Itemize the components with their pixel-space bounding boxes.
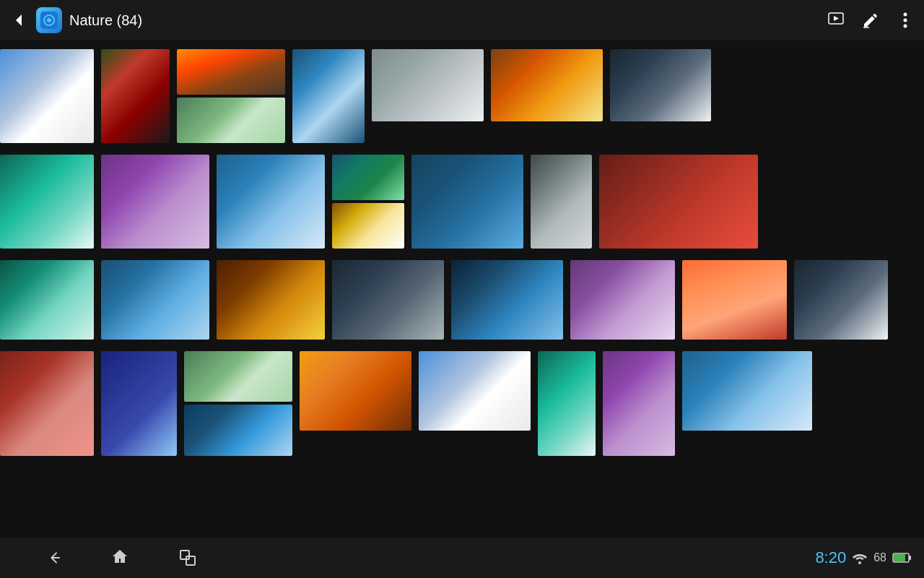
photo-item[interactable] [101, 49, 170, 143]
photo-item[interactable] [177, 49, 285, 95]
photo-item[interactable] [217, 260, 325, 340]
top-bar: Nature (84) [0, 0, 924, 40]
svg-point-7 [904, 13, 907, 17]
home-nav-button[interactable] [110, 546, 133, 569]
photo-item[interactable] [603, 351, 675, 456]
photo-item [177, 49, 285, 143]
photo-row-1 [0, 46, 924, 146]
photo-item[interactable] [610, 49, 711, 121]
photo-item[interactable] [682, 351, 812, 431]
photo-item[interactable] [0, 260, 94, 340]
photo-row-4 [0, 348, 924, 459]
photo-item[interactable] [570, 260, 675, 340]
clock-display: 8:20 [815, 548, 846, 567]
photo-item[interactable] [101, 351, 177, 456]
photo-item[interactable] [794, 260, 888, 340]
album-title: Nature (84) [69, 12, 142, 29]
back-nav-button[interactable] [43, 546, 66, 569]
svg-rect-11 [186, 556, 195, 565]
photo-item[interactable] [419, 351, 531, 431]
photo-item[interactable] [184, 351, 292, 402]
battery-icon [892, 552, 912, 564]
photo-item[interactable] [300, 351, 411, 431]
app-icon [36, 7, 62, 33]
svg-point-9 [904, 25, 907, 28]
photo-grid [0, 40, 924, 538]
svg-point-8 [904, 19, 907, 22]
more-options-button[interactable] [895, 10, 915, 30]
wifi-icon [852, 551, 868, 564]
photo-row-3 [0, 257, 924, 342]
photo-item[interactable] [292, 49, 365, 143]
photo-item[interactable] [0, 351, 94, 456]
svg-point-3 [47, 18, 51, 22]
photo-item [184, 351, 292, 456]
photo-item [101, 351, 177, 456]
photo-item[interactable] [332, 203, 404, 249]
photo-item [332, 155, 404, 249]
svg-point-12 [858, 561, 861, 564]
svg-rect-10 [180, 551, 189, 559]
svg-rect-15 [894, 554, 905, 561]
photo-item[interactable] [101, 155, 209, 249]
photo-item[interactable] [332, 155, 404, 200]
svg-marker-0 [16, 14, 22, 26]
svg-rect-14 [909, 556, 911, 560]
recents-nav-button[interactable] [176, 546, 199, 569]
photo-item [292, 49, 365, 143]
photo-item[interactable] [177, 98, 285, 143]
photo-item[interactable] [101, 260, 209, 340]
photo-item[interactable] [332, 260, 444, 340]
slideshow-button[interactable] [826, 10, 846, 30]
photo-item[interactable] [491, 49, 603, 121]
photo-item [531, 155, 592, 249]
photo-item[interactable] [538, 351, 596, 456]
photo-item[interactable] [531, 155, 592, 249]
battery-level: 68 [873, 551, 886, 564]
photo-item[interactable] [411, 155, 523, 249]
photo-item[interactable] [0, 49, 94, 143]
photo-item[interactable] [682, 260, 787, 340]
photo-item[interactable] [372, 49, 484, 121]
topbar-left: Nature (84) [9, 7, 142, 33]
photo-item[interactable] [0, 155, 94, 249]
photo-item [538, 351, 596, 456]
photo-item[interactable] [217, 155, 325, 249]
status-bar: 8:20 68 [815, 548, 912, 567]
photo-item[interactable] [451, 260, 563, 340]
svg-marker-5 [834, 16, 839, 21]
photo-item[interactable] [599, 155, 758, 249]
nav-buttons [43, 546, 199, 569]
edit-button[interactable] [860, 10, 881, 30]
back-icon[interactable] [9, 10, 29, 30]
bottom-nav: 8:20 68 [0, 538, 924, 578]
photo-item[interactable] [184, 405, 292, 456]
photo-row-2 [0, 152, 924, 251]
topbar-right [826, 10, 915, 30]
